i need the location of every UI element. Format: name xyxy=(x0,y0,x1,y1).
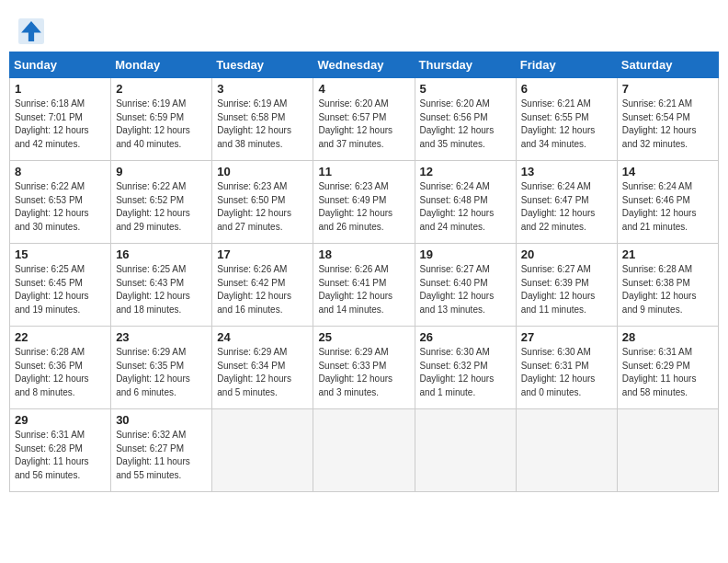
day-info: Sunrise: 6:31 AMSunset: 6:28 PMDaylight:… xyxy=(15,429,106,482)
day-info: Sunrise: 6:23 AMSunset: 6:49 PMDaylight:… xyxy=(318,180,409,234)
calendar-day-cell xyxy=(212,409,313,492)
day-info: Sunrise: 6:21 AMSunset: 6:55 PMDaylight:… xyxy=(521,98,612,151)
day-number: 29 xyxy=(15,413,106,427)
calendar-day-cell: 10Sunrise: 6:23 AMSunset: 6:50 PMDayligh… xyxy=(212,161,313,244)
calendar-day-cell: 14Sunrise: 6:24 AMSunset: 6:46 PMDayligh… xyxy=(617,161,718,244)
calendar-day-cell: 19Sunrise: 6:27 AMSunset: 6:40 PMDayligh… xyxy=(415,244,516,327)
calendar-day-cell: 4Sunrise: 6:20 AMSunset: 6:57 PMDaylight… xyxy=(313,78,415,161)
weekday-header-row: SundayMondayTuesdayWednesdayThursdayFrid… xyxy=(10,52,719,78)
day-info: Sunrise: 6:20 AMSunset: 6:56 PMDaylight:… xyxy=(420,98,511,151)
calendar-day-cell: 9Sunrise: 6:22 AMSunset: 6:52 PMDaylight… xyxy=(111,161,212,244)
day-number: 8 xyxy=(15,165,106,178)
day-info: Sunrise: 6:28 AMSunset: 6:38 PMDaylight:… xyxy=(622,263,713,316)
weekday-header-saturday: Saturday xyxy=(617,52,718,78)
day-number: 6 xyxy=(521,82,612,96)
calendar-day-cell: 1Sunrise: 6:18 AMSunset: 7:01 PMDaylight… xyxy=(10,78,111,161)
day-number: 17 xyxy=(217,247,308,261)
day-info: Sunrise: 6:19 AMSunset: 6:59 PMDaylight:… xyxy=(116,98,207,151)
day-number: 12 xyxy=(420,165,511,178)
calendar-day-cell: 30Sunrise: 6:32 AMSunset: 6:27 PMDayligh… xyxy=(111,409,212,492)
page-header xyxy=(9,9,719,52)
day-number: 15 xyxy=(15,247,106,261)
calendar-day-cell: 12Sunrise: 6:24 AMSunset: 6:48 PMDayligh… xyxy=(415,161,516,244)
calendar-table: SundayMondayTuesdayWednesdayThursdayFrid… xyxy=(9,52,719,492)
day-info: Sunrise: 6:25 AMSunset: 6:43 PMDaylight:… xyxy=(116,263,207,316)
day-number: 18 xyxy=(318,247,409,261)
day-info: Sunrise: 6:32 AMSunset: 6:27 PMDaylight:… xyxy=(116,429,207,482)
day-info: Sunrise: 6:30 AMSunset: 6:31 PMDaylight:… xyxy=(521,346,612,399)
day-info: Sunrise: 6:24 AMSunset: 6:48 PMDaylight:… xyxy=(420,180,511,234)
day-info: Sunrise: 6:24 AMSunset: 6:47 PMDaylight:… xyxy=(521,180,612,234)
calendar-day-cell: 15Sunrise: 6:25 AMSunset: 6:45 PMDayligh… xyxy=(10,244,111,327)
calendar-week-row: 29Sunrise: 6:31 AMSunset: 6:28 PMDayligh… xyxy=(10,409,719,492)
day-number: 28 xyxy=(622,330,713,344)
calendar-day-cell xyxy=(415,409,516,492)
generalblue-logo-icon xyxy=(18,18,44,44)
calendar-day-cell xyxy=(516,409,617,492)
day-info: Sunrise: 6:21 AMSunset: 6:54 PMDaylight:… xyxy=(622,98,713,151)
calendar-day-cell: 3Sunrise: 6:19 AMSunset: 6:58 PMDaylight… xyxy=(212,78,313,161)
day-number: 25 xyxy=(318,330,409,344)
day-info: Sunrise: 6:25 AMSunset: 6:45 PMDaylight:… xyxy=(15,263,106,316)
calendar-week-row: 15Sunrise: 6:25 AMSunset: 6:45 PMDayligh… xyxy=(10,244,719,327)
day-info: Sunrise: 6:29 AMSunset: 6:33 PMDaylight:… xyxy=(318,346,409,399)
logo xyxy=(18,18,48,44)
weekday-header-sunday: Sunday xyxy=(10,52,111,78)
calendar-day-cell: 17Sunrise: 6:26 AMSunset: 6:42 PMDayligh… xyxy=(212,244,313,327)
calendar-day-cell: 2Sunrise: 6:19 AMSunset: 6:59 PMDaylight… xyxy=(111,78,212,161)
day-info: Sunrise: 6:26 AMSunset: 6:42 PMDaylight:… xyxy=(217,263,308,316)
day-info: Sunrise: 6:18 AMSunset: 7:01 PMDaylight:… xyxy=(15,98,106,151)
day-number: 30 xyxy=(116,413,207,427)
calendar-week-row: 1Sunrise: 6:18 AMSunset: 7:01 PMDaylight… xyxy=(10,78,719,161)
day-info: Sunrise: 6:23 AMSunset: 6:50 PMDaylight:… xyxy=(217,180,308,234)
calendar-day-cell: 7Sunrise: 6:21 AMSunset: 6:54 PMDaylight… xyxy=(617,78,718,161)
calendar-day-cell: 8Sunrise: 6:22 AMSunset: 6:53 PMDaylight… xyxy=(10,161,111,244)
calendar-day-cell: 6Sunrise: 6:21 AMSunset: 6:55 PMDaylight… xyxy=(516,78,617,161)
day-info: Sunrise: 6:22 AMSunset: 6:53 PMDaylight:… xyxy=(15,180,106,234)
calendar-day-cell: 24Sunrise: 6:29 AMSunset: 6:34 PMDayligh… xyxy=(212,327,313,409)
day-info: Sunrise: 6:19 AMSunset: 6:58 PMDaylight:… xyxy=(217,98,308,151)
weekday-header-friday: Friday xyxy=(516,52,617,78)
calendar-day-cell: 28Sunrise: 6:31 AMSunset: 6:29 PMDayligh… xyxy=(617,327,718,409)
calendar-day-cell xyxy=(617,409,718,492)
calendar-day-cell: 21Sunrise: 6:28 AMSunset: 6:38 PMDayligh… xyxy=(617,244,718,327)
calendar-day-cell: 5Sunrise: 6:20 AMSunset: 6:56 PMDaylight… xyxy=(415,78,516,161)
day-number: 16 xyxy=(116,247,207,261)
calendar-day-cell: 26Sunrise: 6:30 AMSunset: 6:32 PMDayligh… xyxy=(415,327,516,409)
calendar-day-cell: 22Sunrise: 6:28 AMSunset: 6:36 PMDayligh… xyxy=(10,327,111,409)
day-number: 27 xyxy=(521,330,612,344)
calendar-day-cell: 25Sunrise: 6:29 AMSunset: 6:33 PMDayligh… xyxy=(313,327,415,409)
calendar-day-cell: 18Sunrise: 6:26 AMSunset: 6:41 PMDayligh… xyxy=(313,244,415,327)
day-info: Sunrise: 6:29 AMSunset: 6:35 PMDaylight:… xyxy=(116,346,207,399)
calendar-day-cell: 23Sunrise: 6:29 AMSunset: 6:35 PMDayligh… xyxy=(111,327,212,409)
calendar-day-cell: 29Sunrise: 6:31 AMSunset: 6:28 PMDayligh… xyxy=(10,409,111,492)
day-number: 26 xyxy=(420,330,511,344)
day-info: Sunrise: 6:20 AMSunset: 6:57 PMDaylight:… xyxy=(318,98,409,151)
day-number: 22 xyxy=(15,330,106,344)
day-info: Sunrise: 6:30 AMSunset: 6:32 PMDaylight:… xyxy=(420,346,511,399)
day-number: 20 xyxy=(521,247,612,261)
day-number: 13 xyxy=(521,165,612,178)
day-number: 10 xyxy=(217,165,308,178)
day-info: Sunrise: 6:27 AMSunset: 6:39 PMDaylight:… xyxy=(521,263,612,316)
day-number: 1 xyxy=(15,82,106,96)
day-number: 14 xyxy=(622,165,713,178)
day-info: Sunrise: 6:28 AMSunset: 6:36 PMDaylight:… xyxy=(15,346,106,399)
day-info: Sunrise: 6:31 AMSunset: 6:29 PMDaylight:… xyxy=(622,346,713,399)
day-info: Sunrise: 6:29 AMSunset: 6:34 PMDaylight:… xyxy=(217,346,308,399)
weekday-header-monday: Monday xyxy=(111,52,212,78)
weekday-header-thursday: Thursday xyxy=(415,52,516,78)
calendar-day-cell: 11Sunrise: 6:23 AMSunset: 6:49 PMDayligh… xyxy=(313,161,415,244)
day-number: 5 xyxy=(420,82,511,96)
day-number: 21 xyxy=(622,247,713,261)
day-number: 9 xyxy=(116,165,207,178)
calendar-week-row: 22Sunrise: 6:28 AMSunset: 6:36 PMDayligh… xyxy=(10,327,719,409)
day-number: 24 xyxy=(217,330,308,344)
day-info: Sunrise: 6:26 AMSunset: 6:41 PMDaylight:… xyxy=(318,263,409,316)
day-number: 3 xyxy=(217,82,308,96)
day-info: Sunrise: 6:22 AMSunset: 6:52 PMDaylight:… xyxy=(116,180,207,234)
calendar-day-cell: 20Sunrise: 6:27 AMSunset: 6:39 PMDayligh… xyxy=(516,244,617,327)
day-number: 4 xyxy=(318,82,409,96)
day-info: Sunrise: 6:24 AMSunset: 6:46 PMDaylight:… xyxy=(622,180,713,234)
calendar-day-cell xyxy=(313,409,415,492)
